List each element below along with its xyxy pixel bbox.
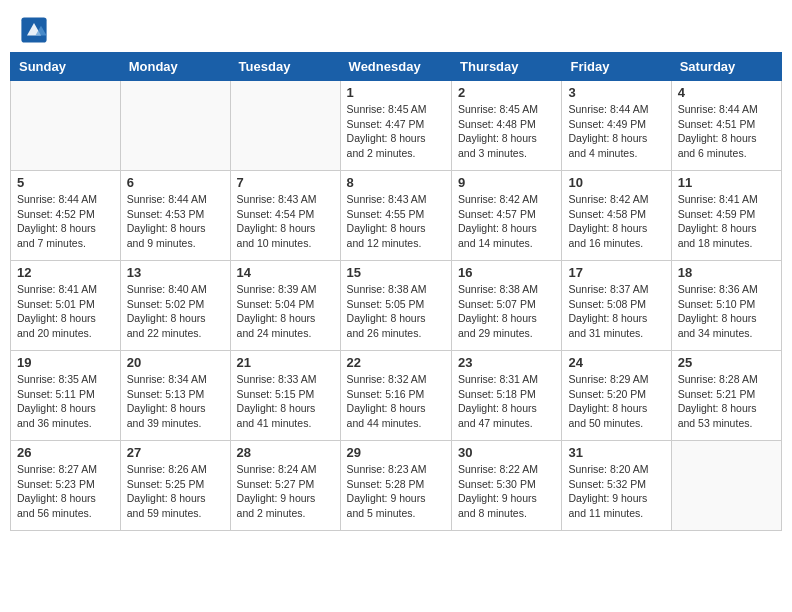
day-info: Sunrise: 8:44 AMSunset: 4:49 PMDaylight:… [568, 102, 664, 161]
day-info: Sunrise: 8:20 AMSunset: 5:32 PMDaylight:… [568, 462, 664, 521]
day-info: Sunrise: 8:40 AMSunset: 5:02 PMDaylight:… [127, 282, 224, 341]
calendar-cell: 19Sunrise: 8:35 AMSunset: 5:11 PMDayligh… [11, 351, 121, 441]
logo [20, 16, 50, 44]
day-info: Sunrise: 8:44 AMSunset: 4:53 PMDaylight:… [127, 192, 224, 251]
day-info: Sunrise: 8:35 AMSunset: 5:11 PMDaylight:… [17, 372, 114, 431]
day-of-week-thursday: Thursday [452, 53, 562, 81]
calendar-cell: 18Sunrise: 8:36 AMSunset: 5:10 PMDayligh… [671, 261, 781, 351]
day-number: 10 [568, 175, 664, 190]
days-of-week-row: SundayMondayTuesdayWednesdayThursdayFrid… [11, 53, 782, 81]
day-of-week-friday: Friday [562, 53, 671, 81]
day-info: Sunrise: 8:24 AMSunset: 5:27 PMDaylight:… [237, 462, 334, 521]
day-of-week-sunday: Sunday [11, 53, 121, 81]
calendar-body: 1Sunrise: 8:45 AMSunset: 4:47 PMDaylight… [11, 81, 782, 531]
day-info: Sunrise: 8:43 AMSunset: 4:54 PMDaylight:… [237, 192, 334, 251]
day-info: Sunrise: 8:37 AMSunset: 5:08 PMDaylight:… [568, 282, 664, 341]
day-number: 20 [127, 355, 224, 370]
day-number: 22 [347, 355, 445, 370]
calendar-cell: 25Sunrise: 8:28 AMSunset: 5:21 PMDayligh… [671, 351, 781, 441]
day-number: 9 [458, 175, 555, 190]
calendar-cell: 11Sunrise: 8:41 AMSunset: 4:59 PMDayligh… [671, 171, 781, 261]
day-of-week-wednesday: Wednesday [340, 53, 451, 81]
day-number: 28 [237, 445, 334, 460]
day-info: Sunrise: 8:31 AMSunset: 5:18 PMDaylight:… [458, 372, 555, 431]
calendar-cell: 31Sunrise: 8:20 AMSunset: 5:32 PMDayligh… [562, 441, 671, 531]
day-number: 30 [458, 445, 555, 460]
day-number: 1 [347, 85, 445, 100]
calendar-cell [11, 81, 121, 171]
calendar-cell: 8Sunrise: 8:43 AMSunset: 4:55 PMDaylight… [340, 171, 451, 261]
calendar-cell: 7Sunrise: 8:43 AMSunset: 4:54 PMDaylight… [230, 171, 340, 261]
day-info: Sunrise: 8:45 AMSunset: 4:48 PMDaylight:… [458, 102, 555, 161]
day-number: 4 [678, 85, 775, 100]
day-info: Sunrise: 8:26 AMSunset: 5:25 PMDaylight:… [127, 462, 224, 521]
day-info: Sunrise: 8:42 AMSunset: 4:58 PMDaylight:… [568, 192, 664, 251]
day-info: Sunrise: 8:41 AMSunset: 4:59 PMDaylight:… [678, 192, 775, 251]
logo-icon [20, 16, 48, 44]
page-header [0, 0, 792, 52]
day-info: Sunrise: 8:39 AMSunset: 5:04 PMDaylight:… [237, 282, 334, 341]
day-info: Sunrise: 8:44 AMSunset: 4:51 PMDaylight:… [678, 102, 775, 161]
day-number: 11 [678, 175, 775, 190]
day-number: 18 [678, 265, 775, 280]
calendar-cell: 24Sunrise: 8:29 AMSunset: 5:20 PMDayligh… [562, 351, 671, 441]
day-number: 29 [347, 445, 445, 460]
day-info: Sunrise: 8:41 AMSunset: 5:01 PMDaylight:… [17, 282, 114, 341]
day-number: 3 [568, 85, 664, 100]
day-info: Sunrise: 8:36 AMSunset: 5:10 PMDaylight:… [678, 282, 775, 341]
day-info: Sunrise: 8:29 AMSunset: 5:20 PMDaylight:… [568, 372, 664, 431]
calendar-cell: 20Sunrise: 8:34 AMSunset: 5:13 PMDayligh… [120, 351, 230, 441]
day-of-week-monday: Monday [120, 53, 230, 81]
calendar-cell: 22Sunrise: 8:32 AMSunset: 5:16 PMDayligh… [340, 351, 451, 441]
day-of-week-tuesday: Tuesday [230, 53, 340, 81]
calendar-cell: 23Sunrise: 8:31 AMSunset: 5:18 PMDayligh… [452, 351, 562, 441]
calendar-cell: 5Sunrise: 8:44 AMSunset: 4:52 PMDaylight… [11, 171, 121, 261]
day-info: Sunrise: 8:27 AMSunset: 5:23 PMDaylight:… [17, 462, 114, 521]
day-number: 5 [17, 175, 114, 190]
day-info: Sunrise: 8:34 AMSunset: 5:13 PMDaylight:… [127, 372, 224, 431]
day-number: 27 [127, 445, 224, 460]
day-info: Sunrise: 8:33 AMSunset: 5:15 PMDaylight:… [237, 372, 334, 431]
calendar-cell: 9Sunrise: 8:42 AMSunset: 4:57 PMDaylight… [452, 171, 562, 261]
calendar-cell: 14Sunrise: 8:39 AMSunset: 5:04 PMDayligh… [230, 261, 340, 351]
calendar-cell: 29Sunrise: 8:23 AMSunset: 5:28 PMDayligh… [340, 441, 451, 531]
calendar-cell [230, 81, 340, 171]
day-number: 21 [237, 355, 334, 370]
day-info: Sunrise: 8:44 AMSunset: 4:52 PMDaylight:… [17, 192, 114, 251]
calendar-cell: 30Sunrise: 8:22 AMSunset: 5:30 PMDayligh… [452, 441, 562, 531]
calendar-cell: 21Sunrise: 8:33 AMSunset: 5:15 PMDayligh… [230, 351, 340, 441]
week-row-1: 1Sunrise: 8:45 AMSunset: 4:47 PMDaylight… [11, 81, 782, 171]
day-number: 16 [458, 265, 555, 280]
day-number: 7 [237, 175, 334, 190]
calendar-cell: 16Sunrise: 8:38 AMSunset: 5:07 PMDayligh… [452, 261, 562, 351]
day-info: Sunrise: 8:43 AMSunset: 4:55 PMDaylight:… [347, 192, 445, 251]
calendar-cell: 27Sunrise: 8:26 AMSunset: 5:25 PMDayligh… [120, 441, 230, 531]
week-row-2: 5Sunrise: 8:44 AMSunset: 4:52 PMDaylight… [11, 171, 782, 261]
calendar-cell: 1Sunrise: 8:45 AMSunset: 4:47 PMDaylight… [340, 81, 451, 171]
day-number: 26 [17, 445, 114, 460]
calendar-cell: 13Sunrise: 8:40 AMSunset: 5:02 PMDayligh… [120, 261, 230, 351]
day-number: 13 [127, 265, 224, 280]
calendar-cell [120, 81, 230, 171]
day-info: Sunrise: 8:23 AMSunset: 5:28 PMDaylight:… [347, 462, 445, 521]
week-row-3: 12Sunrise: 8:41 AMSunset: 5:01 PMDayligh… [11, 261, 782, 351]
calendar-cell: 15Sunrise: 8:38 AMSunset: 5:05 PMDayligh… [340, 261, 451, 351]
calendar-cell: 3Sunrise: 8:44 AMSunset: 4:49 PMDaylight… [562, 81, 671, 171]
week-row-4: 19Sunrise: 8:35 AMSunset: 5:11 PMDayligh… [11, 351, 782, 441]
day-number: 12 [17, 265, 114, 280]
day-number: 17 [568, 265, 664, 280]
day-info: Sunrise: 8:32 AMSunset: 5:16 PMDaylight:… [347, 372, 445, 431]
day-number: 24 [568, 355, 664, 370]
day-number: 31 [568, 445, 664, 460]
calendar-cell: 6Sunrise: 8:44 AMSunset: 4:53 PMDaylight… [120, 171, 230, 261]
day-number: 8 [347, 175, 445, 190]
day-number: 15 [347, 265, 445, 280]
day-info: Sunrise: 8:38 AMSunset: 5:07 PMDaylight:… [458, 282, 555, 341]
calendar-cell: 17Sunrise: 8:37 AMSunset: 5:08 PMDayligh… [562, 261, 671, 351]
calendar-cell: 10Sunrise: 8:42 AMSunset: 4:58 PMDayligh… [562, 171, 671, 261]
calendar-header: SundayMondayTuesdayWednesdayThursdayFrid… [11, 53, 782, 81]
calendar-cell: 4Sunrise: 8:44 AMSunset: 4:51 PMDaylight… [671, 81, 781, 171]
day-number: 6 [127, 175, 224, 190]
day-info: Sunrise: 8:45 AMSunset: 4:47 PMDaylight:… [347, 102, 445, 161]
day-number: 14 [237, 265, 334, 280]
